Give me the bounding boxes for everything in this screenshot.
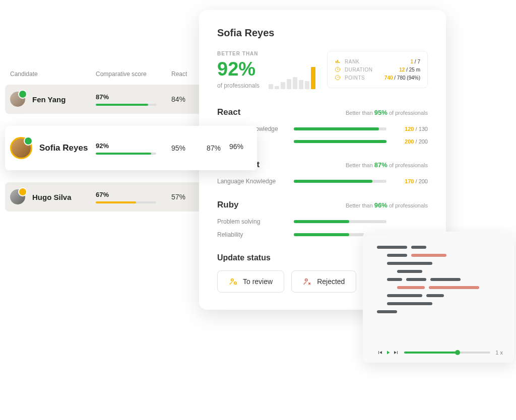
playback-speed[interactable]: 1 x [495, 349, 503, 356]
avatar [10, 92, 25, 107]
code-playback-card: 1 x [363, 232, 514, 363]
candidate-row[interactable]: Sofia Reyes 92% 95% 87% [5, 126, 257, 170]
playback-controls: 1 x [377, 349, 503, 356]
person-rejected-icon [303, 277, 312, 286]
comparative-score: 67% [96, 191, 171, 203]
score-bar [96, 104, 156, 106]
play-icon[interactable] [385, 349, 391, 356]
avatar [10, 189, 25, 204]
clock-icon [335, 66, 341, 73]
react-score: 95% [171, 144, 207, 152]
detail-name: Sofia Reyes [217, 27, 428, 39]
skill-bar [294, 140, 386, 143]
gauge-icon [335, 75, 341, 81]
col-candidate: Candidate [10, 71, 96, 78]
to-review-button[interactable]: To review [217, 270, 284, 293]
skill-bar [294, 127, 386, 130]
comparative-score: 92% [96, 142, 171, 155]
stats-box: RANK 1 / 7 DURATION 12 / 25 m POINTS 740… [327, 51, 428, 88]
skill-bar [294, 220, 386, 223]
comparative-score: 87% [96, 93, 171, 106]
col-score: Comparative score [96, 71, 171, 78]
avatar [10, 137, 32, 159]
score-bar [96, 153, 156, 155]
score-bar [96, 201, 156, 203]
candidate-name: Hugo Silva [32, 193, 72, 201]
person-review-icon [229, 277, 238, 286]
skip-back-icon[interactable] [377, 349, 383, 356]
rank-icon [335, 58, 341, 64]
skip-forward-icon[interactable] [393, 349, 399, 356]
code-lines [377, 246, 503, 339]
svg-point-2 [231, 279, 234, 282]
svg-point-4 [305, 279, 308, 282]
candidate-name: Fen Yang [32, 95, 66, 104]
ruby-score: 96% [229, 143, 243, 151]
candidate-name: Sofia Reyes [39, 143, 88, 153]
skill-label: Reliability [217, 231, 288, 238]
skill-label: Language Knowledge [217, 178, 288, 185]
playback-track[interactable] [404, 352, 490, 354]
better-than-block: BETTER THAN 92% of professionals [217, 51, 260, 89]
skill-row: Language Knowledge 170 / 200 [217, 178, 428, 185]
skill-row: Problem solving [217, 218, 428, 225]
sparkline [269, 66, 315, 89]
skill-label: Problem solving [217, 218, 288, 225]
rejected-button[interactable]: Rejected [291, 270, 356, 293]
skill-bar [294, 180, 386, 183]
